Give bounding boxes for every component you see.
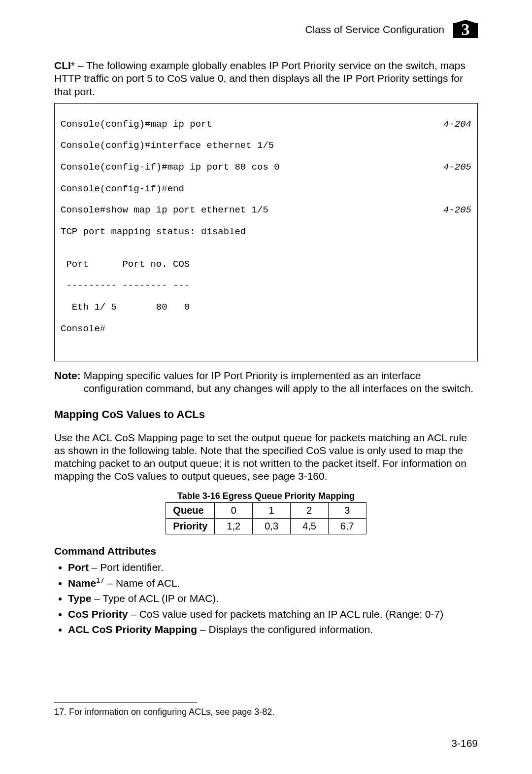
section-paragraph: Use the ACL CoS Mapping page to set the … bbox=[54, 431, 478, 483]
cell: 0 bbox=[215, 502, 253, 518]
page-number: 3-169 bbox=[451, 738, 478, 749]
note-text: Mapping specific values for IP Port Prio… bbox=[84, 369, 478, 395]
code-line: Eth 1/ 5 80 0 bbox=[61, 302, 190, 313]
code-line: --------- -------- --- bbox=[61, 281, 190, 291]
chapter-number: 3 bbox=[453, 20, 478, 39]
code-ref: 4-205 bbox=[443, 162, 471, 173]
attr-name: Port bbox=[68, 562, 89, 573]
cli-intro-paragraph: CLI* – The following example globally en… bbox=[54, 59, 478, 98]
cli-intro-text: – The following example globally enables… bbox=[54, 60, 466, 97]
code-line: Console(config)#map ip port bbox=[61, 119, 212, 130]
table-row: Queue 0 1 2 3 bbox=[166, 502, 366, 518]
cell: 2 bbox=[291, 502, 329, 518]
row-label: Queue bbox=[166, 502, 215, 518]
footnote-ref: 17 bbox=[96, 576, 104, 584]
list-item: CoS Priority – CoS value used for packet… bbox=[68, 607, 478, 621]
attr-name: CoS Priority bbox=[68, 608, 128, 620]
note-label: Note: bbox=[54, 369, 81, 395]
footnote: 17. For information on configuring ACLs,… bbox=[54, 707, 274, 717]
code-line: Port Port no. COS bbox=[61, 259, 190, 270]
attr-name: Type bbox=[68, 593, 91, 604]
page: Class of Service Configuration 3 CLI* – … bbox=[0, 0, 532, 774]
list-item: Type – Type of ACL (IP or MAC). bbox=[68, 591, 478, 605]
attr-desc: – Type of ACL (IP or MAC). bbox=[91, 593, 219, 604]
code-line: Console(config-if)#end bbox=[61, 184, 184, 195]
attr-desc: – Port identifier. bbox=[89, 562, 164, 573]
note-block: Note: Mapping specific values for IP Por… bbox=[54, 369, 478, 395]
code-ref: 4-205 bbox=[443, 205, 471, 216]
attr-name: Name bbox=[68, 577, 96, 589]
footnote-rule bbox=[54, 702, 197, 703]
command-attributes-heading: Command Attributes bbox=[54, 545, 478, 557]
attr-desc: – CoS value used for packets matching an… bbox=[128, 608, 443, 620]
code-line: Console(config-if)#map ip port 80 cos 0 bbox=[61, 162, 280, 173]
attr-name: ACL CoS Priority Mapping bbox=[68, 624, 197, 635]
section-heading: Mapping CoS Values to ACLs bbox=[54, 408, 478, 421]
chapter-badge: 3 bbox=[453, 20, 478, 39]
cell: 1 bbox=[253, 502, 291, 518]
cli-code-block: Console(config)#map ip port4-204 Console… bbox=[54, 103, 478, 361]
code-line: Console# bbox=[61, 324, 105, 335]
code-line: Console(config)#interface ethernet 1/5 bbox=[61, 141, 274, 151]
cli-label: CLI bbox=[54, 60, 71, 71]
attr-desc: – Name of ACL. bbox=[104, 577, 180, 589]
code-line: Console#show map ip port ethernet 1/5 bbox=[61, 205, 268, 216]
code-line: TCP port mapping status: disabled bbox=[61, 227, 246, 238]
cell: 4,5 bbox=[291, 518, 329, 534]
page-header: Class of Service Configuration 3 bbox=[54, 20, 478, 39]
code-ref: 4-204 bbox=[443, 119, 471, 130]
cell: 3 bbox=[328, 502, 366, 518]
command-attributes-list: Port – Port identifier. Name17 – Name of… bbox=[54, 560, 478, 637]
row-label: Priority bbox=[166, 518, 215, 534]
egress-queue-table: Queue 0 1 2 3 Priority 1,2 0,3 4,5 6,7 bbox=[166, 502, 366, 534]
table-row: Priority 1,2 0,3 4,5 6,7 bbox=[166, 518, 366, 534]
cell: 6,7 bbox=[328, 518, 366, 534]
table-caption: Table 3-16 Egress Queue Priority Mapping bbox=[54, 491, 478, 501]
cell: 1,2 bbox=[215, 518, 253, 534]
list-item: ACL CoS Priority Mapping – Displays the … bbox=[68, 622, 478, 636]
header-title: Class of Service Configuration bbox=[305, 24, 444, 35]
cli-asterisk: * bbox=[71, 60, 75, 71]
list-item: Port – Port identifier. bbox=[68, 560, 478, 574]
cell: 0,3 bbox=[253, 518, 291, 534]
list-item: Name17 – Name of ACL. bbox=[68, 575, 478, 590]
attr-desc: – Displays the configured information. bbox=[197, 624, 373, 635]
